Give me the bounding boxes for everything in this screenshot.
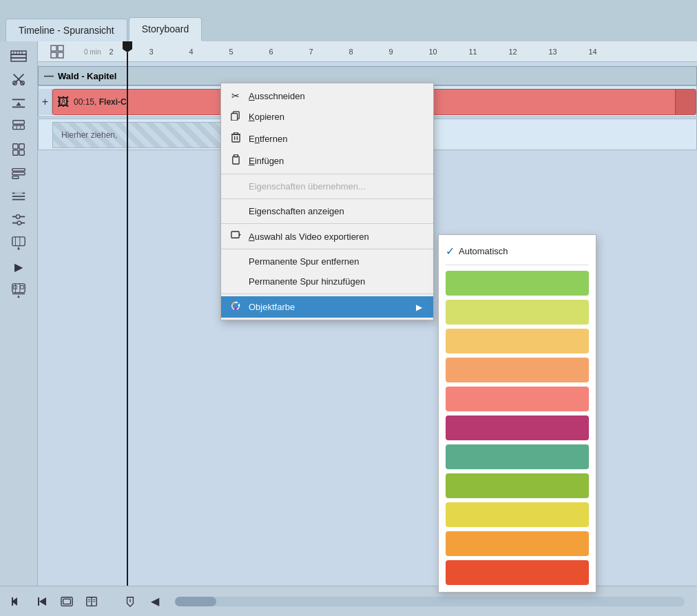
- svg-rect-66: [12, 597, 13, 606]
- svg-point-63: [237, 302, 240, 305]
- toolbar-icon-play[interactable]: ▶: [13, 256, 24, 277]
- color-swatch-green[interactable]: [446, 473, 589, 498]
- ruler: 0 min 2 3 4 5 6 7 8 9 10 11 12 13 14: [38, 41, 697, 62]
- svg-marker-38: [17, 247, 20, 250]
- svg-marker-45: [17, 295, 20, 298]
- toolbar-icon-layers[interactable]: [6, 116, 31, 136]
- menu-item-object-color[interactable]: Objektfarbe ▶: [221, 296, 433, 318]
- btn-scroll-left[interactable]: ◀: [145, 592, 165, 611]
- cut-icon: ✂: [229, 90, 242, 101]
- svg-rect-22: [12, 169, 25, 172]
- svg-rect-57: [232, 156, 238, 164]
- horizontal-scrollbar[interactable]: [175, 597, 685, 606]
- track-group-label: Wald - Kapitel: [58, 71, 116, 81]
- menu-item-remove-perm-track[interactable]: Permanente Spur entfernen: [221, 251, 433, 271]
- color-swatch-yellow[interactable]: [446, 329, 589, 353]
- svg-rect-52: [231, 134, 239, 142]
- ruler-zero-label: 0 min: [84, 48, 101, 56]
- btn-prev[interactable]: [32, 592, 52, 611]
- svg-point-34: [17, 221, 21, 225]
- menu-item-show-props[interactable]: Eigenschaften anzeigen: [221, 201, 433, 221]
- svg-rect-42: [14, 286, 17, 289]
- menu-item-paste[interactable]: Einfügen: [221, 150, 433, 172]
- menu-apply-props-label: Eigenschaften übernehmen...: [249, 181, 366, 192]
- color-swatch-yellow2[interactable]: [446, 502, 589, 527]
- toolbar-icon-rows[interactable]: [6, 186, 31, 207]
- menu-add-perm-label: Permanente Spur hinzufügen: [249, 276, 365, 287]
- toolbar-icon-export[interactable]: [6, 280, 31, 300]
- collapse-track-btn[interactable]: —: [44, 70, 54, 81]
- svg-rect-51: [231, 114, 238, 121]
- btn-book[interactable]: [81, 592, 102, 611]
- svg-rect-56: [233, 132, 238, 134]
- left-toolbar: ▶: [0, 41, 38, 586]
- toolbar-icon-markers[interactable]: [6, 233, 31, 254]
- svg-rect-43: [21, 286, 24, 289]
- toolbar-icon-settings[interactable]: [6, 209, 31, 230]
- color-swatch-orange[interactable]: [446, 358, 589, 382]
- copy-icon: [229, 111, 242, 123]
- svg-rect-21: [19, 150, 24, 155]
- svg-rect-19: [19, 144, 24, 149]
- svg-rect-58: [233, 154, 238, 157]
- menu-sep-1: [221, 174, 433, 174]
- toolbar-icon-list[interactable]: [6, 163, 31, 183]
- svg-rect-18: [13, 144, 18, 149]
- btn-trim[interactable]: [56, 592, 77, 611]
- svg-point-31: [16, 215, 19, 219]
- context-menu: ✂ Ausschneiden Kopieren Entfernen Einfüg…: [220, 83, 434, 320]
- tab-timeline[interactable]: Timeline - Spuransicht: [6, 19, 127, 41]
- tab-storyboard[interactable]: Storyboard: [129, 17, 202, 41]
- paste-icon: [229, 154, 242, 167]
- menu-item-add-perm-track[interactable]: Permanente Spur hinzufügen: [221, 271, 433, 291]
- menu-item-delete[interactable]: Entfernen: [221, 127, 433, 150]
- color-swatch-salmon[interactable]: [446, 387, 589, 411]
- menu-item-export-video[interactable]: Auswahl als Video exportieren: [221, 226, 433, 247]
- btn-marker[interactable]: [120, 592, 141, 611]
- btn-go-start[interactable]: [7, 592, 28, 611]
- color-submenu-header: ✓ Automatisch: [446, 242, 589, 265]
- clip-end-marker: [675, 90, 696, 114]
- menu-object-color-label: Objektfarbe: [249, 302, 295, 312]
- svg-rect-46: [51, 45, 56, 51]
- svg-rect-49: [58, 52, 63, 58]
- color-swatch-teal[interactable]: [446, 444, 589, 469]
- color-swatch-green-light[interactable]: [446, 271, 589, 296]
- object-color-arrow: ▶: [416, 302, 422, 312]
- delete-icon: [229, 132, 242, 145]
- menu-item-cut[interactable]: ✂ Ausschneiden: [221, 85, 433, 106]
- drop-zone-label: Hierher ziehen,: [61, 130, 117, 140]
- export-video-icon: [229, 231, 242, 242]
- svg-rect-59: [231, 232, 239, 238]
- ruler-icons: [38, 41, 76, 62]
- color-check-icon: ✓: [446, 245, 455, 258]
- color-submenu: ✓ Automatisch: [438, 234, 596, 593]
- svg-marker-67: [39, 597, 46, 606]
- menu-item-copy[interactable]: Kopieren: [221, 106, 433, 127]
- svg-rect-20: [13, 150, 18, 155]
- menu-show-props-label: Eigenschaften anzeigen: [249, 206, 344, 216]
- color-submenu-sep: [446, 265, 589, 265]
- clip-icon: 🖼: [57, 95, 70, 110]
- svg-rect-15: [13, 125, 25, 130]
- svg-point-64: [234, 308, 237, 311]
- svg-rect-47: [58, 45, 63, 51]
- menu-sep-4: [221, 249, 433, 249]
- svg-rect-28: [15, 192, 23, 195]
- color-swatch-orange2[interactable]: [446, 531, 589, 556]
- add-clip-btn[interactable]: +: [39, 89, 52, 115]
- menu-item-apply-props: Eigenschaften übernehmen...: [221, 176, 433, 196]
- toolbar-icon-align[interactable]: [6, 92, 31, 113]
- menu-sep-3: [221, 223, 433, 224]
- color-swatch-red[interactable]: [446, 560, 589, 585]
- color-swatch-yellow-green[interactable]: [446, 300, 589, 325]
- toolbar-icon-play-group: ▶: [13, 256, 24, 277]
- toolbar-icon-cut[interactable]: [6, 69, 31, 90]
- svg-rect-39: [12, 284, 25, 293]
- svg-rect-35: [12, 237, 25, 246]
- toolbar-icon-multitrack[interactable]: [6, 139, 31, 160]
- color-swatch-magenta[interactable]: [446, 415, 589, 440]
- svg-rect-70: [63, 599, 71, 604]
- svg-point-62: [232, 302, 235, 305]
- toolbar-icon-ruler[interactable]: [6, 45, 31, 66]
